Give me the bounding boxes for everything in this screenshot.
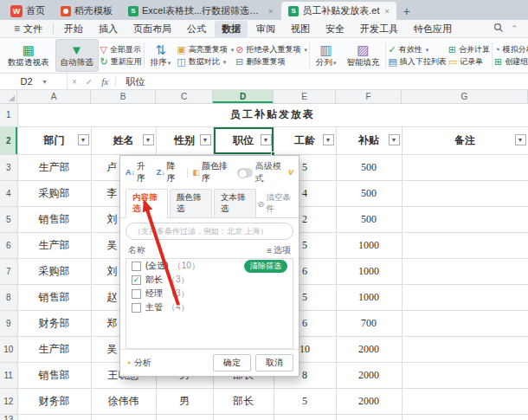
- menu-tab[interactable]: 公式: [180, 21, 213, 37]
- cell[interactable]: 男: [156, 388, 213, 414]
- column-header-F[interactable]: F: [336, 90, 402, 103]
- cell[interactable]: [213, 414, 274, 420]
- search-icon[interactable]: [493, 23, 504, 35]
- header-cell-A[interactable]: 部门▼: [17, 126, 91, 154]
- ok-button[interactable]: 确定: [213, 354, 251, 372]
- header-cell-G[interactable]: 备注▼: [402, 126, 528, 154]
- cell[interactable]: 1000: [336, 258, 402, 284]
- new-document-button[interactable]: +: [398, 3, 415, 20]
- advanced-mode-toggle[interactable]: 高级模式 V: [237, 160, 293, 184]
- header-cell-D[interactable]: 职位▼: [213, 126, 274, 154]
- cell[interactable]: [402, 284, 528, 310]
- filter-list-item[interactable]: ✓部长（3）: [126, 273, 293, 287]
- tab-text-filter[interactable]: 文本筛选: [214, 189, 256, 217]
- menu-tab[interactable]: 审阅: [249, 21, 282, 37]
- collapse-ribbon-icon[interactable]: ⌃: [511, 24, 518, 33]
- cell[interactable]: [156, 414, 213, 420]
- cell[interactable]: 销售部: [17, 206, 91, 232]
- insert-function-icon[interactable]: fx: [97, 76, 113, 87]
- cell[interactable]: [402, 310, 528, 336]
- clear-conditions-button[interactable]: ⊘ 清空条件: [258, 192, 293, 217]
- row-header-5[interactable]: 5: [0, 206, 17, 232]
- analyze-button[interactable]: ◔ 分析: [126, 357, 151, 369]
- cell[interactable]: 1000: [336, 284, 402, 310]
- column-header-C[interactable]: C: [156, 90, 213, 103]
- ribbon-button-pivot-table[interactable]: ▦数据透视表: [3, 39, 54, 72]
- row-header-1[interactable]: 1: [0, 104, 17, 126]
- sort-ascending-button[interactable]: A↓ 升序: [126, 160, 151, 184]
- row-header-2[interactable]: 2: [0, 126, 17, 154]
- document-tab-2[interactable]: S员工补贴发放表.et×: [281, 2, 396, 20]
- filter-list-item[interactable]: 主管（4）: [126, 300, 293, 314]
- cell[interactable]: 徐伟伟: [91, 388, 156, 414]
- checkbox-icon[interactable]: [132, 289, 141, 299]
- ribbon-button-validation[interactable]: ✓有效性▾: [388, 45, 446, 55]
- sheet-title-cell[interactable]: 员工补贴发放表: [17, 104, 528, 126]
- name-box[interactable]: D2 ▾: [0, 74, 68, 89]
- column-header-D[interactable]: D: [213, 90, 274, 103]
- cell[interactable]: [17, 414, 91, 420]
- cell[interactable]: 生产部: [17, 336, 91, 362]
- header-cell-B[interactable]: 姓名▼: [91, 126, 156, 154]
- color-sort-button[interactable]: ◧ 颜色排序: [193, 160, 233, 184]
- cell[interactable]: 部长: [213, 388, 274, 414]
- row-header-9[interactable]: 9: [0, 310, 17, 336]
- cell[interactable]: 1000: [336, 232, 402, 258]
- column-header-E[interactable]: E: [274, 90, 336, 103]
- filter-dropdown-button[interactable]: ▼: [143, 134, 154, 145]
- ribbon-button-funnel[interactable]: ▼自动筛选: [55, 39, 99, 72]
- clear-filter-button[interactable]: 清除筛选: [244, 260, 287, 273]
- ribbon-button-highlight-duplicates[interactable]: ▣高亮重复项▾: [177, 45, 234, 55]
- cell[interactable]: [336, 414, 402, 420]
- menu-tab[interactable]: 页面布局: [126, 21, 178, 37]
- header-cell-F[interactable]: 补贴▼: [336, 126, 402, 154]
- ribbon-button-record-form[interactable]: ▭记录单: [448, 57, 490, 67]
- ribbon-button-text-to-columns[interactable]: ▥分列▾: [312, 39, 341, 72]
- cell[interactable]: [402, 154, 528, 180]
- cell[interactable]: 采购部: [17, 258, 91, 284]
- cancel-entry-icon[interactable]: ×: [68, 77, 81, 87]
- filter-dropdown-button[interactable]: ▼: [323, 134, 334, 145]
- filter-dropdown-button[interactable]: ▼: [389, 134, 400, 145]
- menu-tab[interactable]: 开发工具: [353, 21, 405, 37]
- ribbon-button-data-compare[interactable]: ◫数据对比▾: [177, 57, 234, 67]
- row-header-11[interactable]: 11: [0, 362, 17, 388]
- menu-tab[interactable]: 特色应用: [407, 21, 459, 37]
- options-button[interactable]: ≡ 选项: [267, 244, 291, 256]
- cell[interactable]: [274, 414, 336, 420]
- cell[interactable]: 采购部: [17, 180, 91, 206]
- cell[interactable]: [402, 232, 528, 258]
- row-header-6[interactable]: 6: [0, 232, 17, 258]
- ribbon-button-sort[interactable]: ⇅排序▾: [146, 39, 176, 72]
- sort-descending-button[interactable]: Z↓ 降序: [157, 160, 182, 184]
- menu-tab[interactable]: 开始: [57, 21, 90, 37]
- filter-dropdown-button[interactable]: ▼: [261, 134, 272, 145]
- home-tab[interactable]: W 首页: [3, 2, 52, 20]
- cell[interactable]: [402, 414, 528, 420]
- cell[interactable]: 销售部: [17, 284, 91, 310]
- cell[interactable]: 生产部: [17, 232, 91, 258]
- cell[interactable]: [402, 258, 528, 284]
- row-header-10[interactable]: 10: [0, 336, 17, 362]
- filter-dropdown-button[interactable]: ▼: [515, 134, 526, 145]
- cell[interactable]: [402, 362, 528, 388]
- row-header-4[interactable]: 4: [0, 180, 17, 206]
- filter-list-item[interactable]: 经理（3）: [126, 287, 293, 300]
- cell[interactable]: 2000: [336, 362, 402, 388]
- close-tab-icon[interactable]: ×: [268, 7, 273, 16]
- cell[interactable]: [402, 336, 528, 362]
- ribbon-button-insert-dropdown[interactable]: ▤插入下拉列表: [388, 57, 446, 67]
- cancel-button[interactable]: 取消: [255, 354, 293, 372]
- cell[interactable]: 500: [336, 154, 402, 180]
- cell[interactable]: [402, 388, 528, 414]
- cell[interactable]: 500: [336, 180, 402, 206]
- cell[interactable]: 销售部: [17, 362, 91, 388]
- column-header-B[interactable]: B: [91, 90, 156, 103]
- column-header-A[interactable]: A: [17, 90, 91, 103]
- cell[interactable]: [91, 414, 156, 420]
- cell[interactable]: 生产部: [17, 154, 91, 180]
- template-tab[interactable]: 稻壳模板: [54, 2, 119, 20]
- ribbon-button-consolidate[interactable]: ⊞合并计算: [448, 45, 490, 55]
- row-header-3[interactable]: 3: [0, 154, 17, 180]
- ribbon-button-delete-duplicates[interactable]: ⊟删除重复项: [235, 57, 307, 67]
